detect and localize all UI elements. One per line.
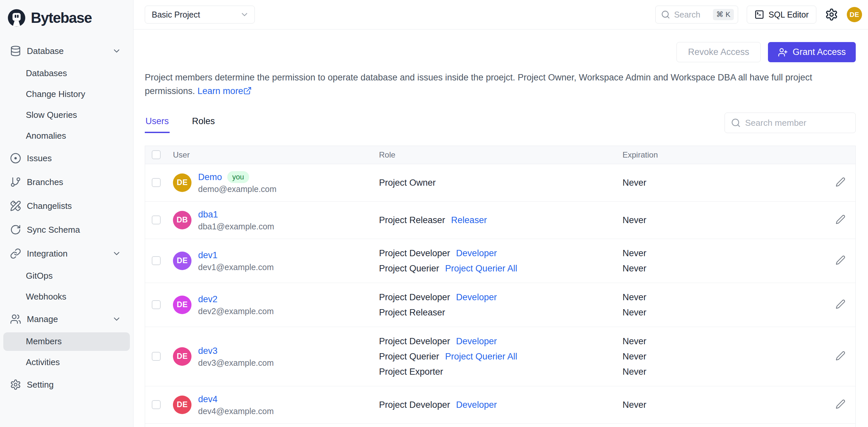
sidebar-item-slow-queries[interactable]: Slow Queries — [0, 105, 133, 126]
search-input[interactable] — [674, 10, 709, 20]
sidebar-item-webhooks[interactable]: Webhooks — [0, 286, 133, 307]
refresh-icon — [10, 224, 21, 235]
edit-member-button[interactable] — [836, 255, 845, 265]
terminal-icon — [754, 10, 764, 20]
pencil-icon — [836, 215, 845, 224]
role-link[interactable]: Developer — [456, 245, 497, 261]
sidebar-item-database[interactable]: Database — [0, 39, 133, 63]
avatar: DE — [173, 347, 191, 366]
role-name: Project Developer — [379, 290, 450, 305]
sidebar-item-issues[interactable]: Issues — [0, 146, 133, 170]
sidebar-item-branches[interactable]: Branches — [0, 170, 133, 194]
avatar: DE — [173, 252, 191, 270]
sidebar-item-integration[interactable]: Integration — [0, 242, 133, 265]
role-link[interactable]: Project Querier All — [445, 261, 518, 276]
grant-access-label: Grant Access — [793, 47, 846, 57]
sidebar-item-changelists[interactable]: Changelists — [0, 194, 133, 218]
brand-name: Bytebase — [31, 10, 92, 26]
row-checkbox[interactable] — [152, 300, 161, 309]
role-link[interactable]: Releaser — [451, 212, 487, 228]
avatar: DE — [173, 296, 191, 314]
member-search[interactable] — [724, 112, 856, 133]
chevron-down-icon — [112, 249, 121, 258]
sidebar-item-label: Databases — [26, 68, 67, 78]
sidebar-item-setting[interactable]: Setting — [0, 373, 133, 397]
tabs: UsersRoles — [145, 113, 216, 133]
row-checkbox[interactable] — [152, 352, 161, 361]
member-name-link[interactable]: dev1 — [198, 249, 218, 262]
edit-member-button[interactable] — [836, 399, 845, 409]
tab-users[interactable]: Users — [145, 113, 169, 133]
role-line: Project QuerierProject Querier All — [379, 261, 622, 276]
member-row-dev4: DEdev4dev4@example.comProject DeveloperD… — [145, 386, 856, 423]
avatar: DE — [173, 173, 191, 192]
tab-roles[interactable]: Roles — [191, 113, 216, 133]
expiration-cell: Never — [622, 201, 811, 239]
edit-member-button[interactable] — [836, 215, 845, 224]
role-link[interactable]: Project Querier All — [445, 349, 518, 364]
pencil-icon — [836, 299, 845, 309]
role-link[interactable]: Developer — [456, 397, 497, 413]
chevron-down-icon — [240, 10, 249, 19]
sidebar-item-sync-schema[interactable]: Sync Schema — [0, 218, 133, 242]
sidebar-item-databases[interactable]: Databases — [0, 63, 133, 84]
learn-more-link[interactable]: Learn more — [197, 86, 252, 96]
row-checkbox[interactable] — [152, 256, 161, 265]
member-search-input[interactable] — [745, 118, 849, 128]
role-link[interactable]: Developer — [456, 334, 497, 349]
role-line: Project DeveloperDeveloper — [379, 334, 622, 349]
pencil-icon — [836, 177, 845, 187]
tabs-row: UsersRoles — [145, 112, 856, 133]
row-checkbox[interactable] — [152, 178, 161, 187]
role-name: Project Owner — [379, 175, 436, 190]
sql-editor-button[interactable]: SQL Editor — [747, 6, 816, 24]
edit-member-button[interactable] — [836, 299, 845, 309]
global-search[interactable]: ⌘ K — [655, 6, 738, 24]
bytebase-logo[interactable]: Bytebase — [0, 0, 133, 35]
role-line: Project Owner — [379, 175, 622, 190]
edit-member-button[interactable] — [836, 351, 845, 361]
database-icon — [10, 45, 21, 57]
revoke-access-button[interactable]: Revoke Access — [677, 42, 761, 62]
sidebar-item-activities[interactable]: Activities — [0, 352, 133, 373]
sidebar-item-label: GitOps — [26, 271, 53, 281]
search-icon — [661, 10, 670, 19]
member-row-dev2: DEdev2dev2@example.comProject DeveloperD… — [145, 283, 856, 327]
sidebar-nav: DatabaseDatabasesChange HistorySlow Quer… — [0, 35, 133, 397]
role-link[interactable]: Developer — [456, 290, 497, 305]
project-selector[interactable]: Basic Project — [145, 6, 255, 24]
member-email: dev4@example.com — [198, 405, 274, 417]
settings-gear-icon[interactable] — [825, 8, 838, 21]
project-selector-value: Basic Project — [152, 10, 200, 20]
learn-more-label: Learn more — [197, 86, 243, 96]
row-checkbox[interactable] — [152, 400, 161, 409]
user-cell: DEDemoyoudemo@example.com — [173, 171, 379, 195]
sidebar-item-anomalies[interactable]: Anomalies — [0, 126, 133, 146]
member-name-link[interactable]: dba1 — [198, 208, 218, 221]
sidebar-item-active-pill: Members — [3, 332, 130, 351]
sidebar-item-members[interactable]: Members — [0, 331, 133, 352]
role-name: Project Releaser — [379, 305, 445, 320]
row-checkbox[interactable] — [152, 216, 161, 224]
bytebase-logo-icon — [7, 9, 26, 27]
header-checkbox[interactable] — [152, 150, 161, 159]
expiration-cell: NeverNever — [622, 239, 811, 283]
role-cell: Project Owner — [379, 164, 622, 201]
expiration-value: Never — [622, 364, 811, 379]
sidebar-item-manage[interactable]: Manage — [0, 307, 133, 331]
edit-member-button[interactable] — [836, 177, 845, 187]
expiration-value: Never — [622, 334, 811, 349]
role-line: Project DeveloperDeveloper — [379, 245, 622, 261]
member-name-link[interactable]: Demo — [198, 171, 222, 184]
search-icon — [731, 118, 741, 128]
member-name-link[interactable]: dev2 — [198, 293, 218, 305]
member-name-link[interactable]: dev3 — [198, 344, 218, 357]
sidebar-item-change-history[interactable]: Change History — [0, 84, 133, 105]
grant-access-button[interactable]: Grant Access — [768, 42, 856, 62]
expiration-cell: Never — [622, 164, 811, 201]
sidebar-item-gitops[interactable]: GitOps — [0, 265, 133, 286]
user-avatar[interactable]: DE — [847, 7, 862, 22]
member-name-link[interactable]: dev4 — [198, 393, 218, 405]
partial-row — [145, 423, 856, 427]
expiration-value: Never — [622, 290, 811, 305]
